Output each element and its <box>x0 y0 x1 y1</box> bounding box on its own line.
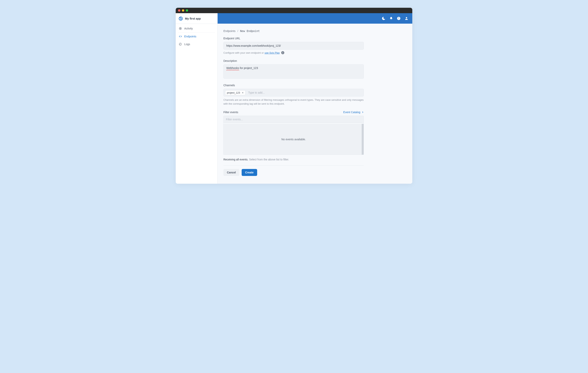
content: Endpoints / New Endpoint Endpoint URL Co… <box>218 24 412 184</box>
help-icon[interactable] <box>397 17 401 20</box>
no-events-message: No events available. <box>281 138 306 141</box>
user-icon[interactable] <box>405 17 409 20</box>
window-close-dot[interactable] <box>178 9 180 12</box>
notifications-icon[interactable] <box>389 17 393 20</box>
channel-chip-label: project_123 <box>227 91 240 94</box>
form-actions: Cancel Create <box>223 169 364 176</box>
app-window: My first app Activity Endpoints <box>176 8 412 184</box>
sidebar-header: My first app <box>176 13 217 24</box>
svg-point-3 <box>180 28 180 29</box>
create-button[interactable]: Create <box>242 169 257 176</box>
description-label: Description <box>223 59 364 62</box>
channels-box[interactable]: project_123 <box>223 89 364 97</box>
window-maximize-dot[interactable] <box>186 9 188 12</box>
window-titlebar <box>176 8 412 13</box>
sidebar-item-label: Endpoints <box>184 35 196 38</box>
topbar <box>218 13 412 24</box>
filter-events-input[interactable] <box>226 117 361 122</box>
endpoint-url-label: Endpoint URL <box>223 37 364 40</box>
app-logo-icon <box>178 16 183 21</box>
filter-events-input-wrap <box>223 116 364 123</box>
info-icon[interactable]: i <box>281 51 284 54</box>
sidebar-item-activity[interactable]: Activity <box>176 25 217 32</box>
filter-events-label: Filter events <box>223 111 238 114</box>
description-textarea[interactable]: Webhooks for project_123 <box>223 64 364 79</box>
logs-icon <box>179 43 182 46</box>
events-list[interactable]: No events available. <box>223 123 364 155</box>
endpoint-url-helper: Configure with your own endpoint or use … <box>223 51 364 54</box>
sidebar-nav: Activity Endpoints Logs <box>176 24 217 48</box>
channels-helper: Channels are an extra dimension of filte… <box>223 98 364 106</box>
breadcrumb-parent[interactable]: Endpoints <box>223 30 235 32</box>
activity-icon <box>179 27 182 30</box>
use-svix-play-link[interactable]: use Svix Play <box>264 51 280 54</box>
remove-chip-icon[interactable] <box>242 92 244 94</box>
sidebar-item-label: Activity <box>184 27 193 30</box>
breadcrumb-separator: / <box>237 30 238 32</box>
channel-chip: project_123 <box>225 90 245 95</box>
svg-point-0 <box>179 17 182 20</box>
window-minimize-dot[interactable] <box>182 9 184 12</box>
event-catalog-link[interactable]: Event Catalog <box>343 111 364 114</box>
app-name: My first app <box>185 17 201 20</box>
channels-label: Channels <box>223 84 364 87</box>
channels-input[interactable] <box>247 90 362 95</box>
cancel-button[interactable]: Cancel <box>223 169 239 176</box>
sidebar-item-endpoints[interactable]: Endpoints <box>176 32 217 40</box>
chevron-right-icon <box>361 111 364 113</box>
breadcrumb: Endpoints / New Endpoint <box>223 30 407 32</box>
svg-point-6 <box>406 17 407 18</box>
receiving-events-row: Receiving all events. Select from the ab… <box>223 158 364 161</box>
breadcrumb-current: New Endpoint <box>240 30 260 32</box>
sidebar-item-label: Logs <box>184 43 190 46</box>
endpoints-icon <box>179 35 182 38</box>
dark-mode-icon[interactable] <box>382 17 386 20</box>
endpoint-url-input[interactable] <box>223 42 364 50</box>
sidebar: My first app Activity Endpoints <box>176 13 218 184</box>
sidebar-item-logs[interactable]: Logs <box>176 40 217 48</box>
main-area: Endpoints / New Endpoint Endpoint URL Co… <box>218 13 412 184</box>
